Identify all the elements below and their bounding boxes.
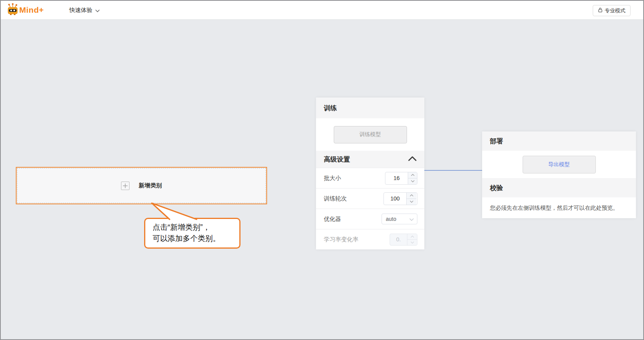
optimizer-select[interactable]: auto [382,214,417,224]
spinner-up-icon[interactable] [408,172,417,178]
epochs-row: 训练轮次 [316,188,424,209]
deploy-title-text: 部署 [490,137,503,146]
train-model-button[interactable]: 训练模型 [334,126,407,143]
validate-header: 校验 [482,178,636,197]
training-panel: 训练 训练模型 高级设置 批大小 [316,98,424,249]
callout-tail [150,201,200,222]
optimizer-label: 优化器 [324,215,341,223]
learning-rate-input [390,234,407,245]
optimizer-value: auto [386,216,396,222]
batch-size-input[interactable] [385,172,408,184]
plus-icon [121,182,129,190]
learning-rate-row: 学习率变化率 [316,229,424,249]
epochs-stepper [383,192,417,205]
advanced-settings-header[interactable]: 高级设置 [316,151,424,168]
batch-size-row: 批大小 [316,168,424,188]
epochs-label: 训练轮次 [324,195,347,202]
export-model-button[interactable]: 导出模型 [523,156,596,173]
epochs-spin-col [406,193,416,205]
spinner-down-icon [407,240,417,245]
train-button-section: 训练模型 [316,118,424,151]
training-panel-title: 训练 [316,98,424,118]
spinner-up-icon[interactable] [407,193,416,199]
learning-rate-label: 学习率变化率 [324,236,358,243]
nav-label: 快速体验 [69,7,92,14]
top-bar: Mind+ 快速体验 专业模式 [1,1,643,20]
spinner-up-icon [407,234,417,240]
spinner-down-icon[interactable] [408,178,417,184]
spinner-down-icon[interactable] [407,199,416,205]
training-title-text: 训练 [324,104,337,113]
optimizer-row: 优化器 auto [316,209,424,229]
pro-mode-label: 专业模式 [605,7,626,14]
robot-icon [7,3,18,17]
add-category-button[interactable]: 新增类别 [16,167,267,204]
deploy-panel: 部署 导出模型 校验 您必须先在左侧训练模型，然后才可以在此处预览。 [482,131,636,218]
pro-mode-button[interactable]: 专业模式 [593,5,631,16]
chevron-down-icon [95,7,100,13]
epochs-input[interactable] [384,193,406,205]
batch-size-spin-col [408,172,417,184]
callout-line-1: 点击“新增类别”， [153,222,234,233]
batch-size-stepper [385,172,417,185]
batch-size-label: 批大小 [324,175,341,182]
nav-quick-experience[interactable]: 快速体验 [69,7,100,14]
callout-line-2: 可以添加多个类别。 [153,233,234,244]
app-window: Mind+ 快速体验 专业模式 [0,0,644,340]
learning-rate-spin-col [407,234,417,245]
panel-connector-line [424,170,482,171]
export-button-section: 导出模型 [482,151,636,178]
deploy-header: 部署 [482,131,636,151]
validate-hint-section: 您必须先在左侧训练模型，然后才可以在此处预览。 [482,197,636,218]
add-category-label: 新增类别 [139,182,162,189]
callout-bubble: 点击“新增类别”， 可以添加多个类别。 [144,218,240,249]
chevron-down-icon [409,215,414,222]
add-category-inner: 新增类别 [17,168,266,203]
logo-text: Mind+ [19,5,44,15]
lock-icon [598,7,603,14]
validate-hint-text: 您必须先在左侧训练模型，然后才可以在此处预览。 [490,204,619,212]
mindplus-logo: Mind+ [7,3,44,17]
advanced-settings-title: 高级设置 [324,155,350,164]
validate-title-text: 校验 [490,183,503,192]
chevron-up-icon[interactable] [408,155,417,163]
learning-rate-stepper [390,234,417,246]
